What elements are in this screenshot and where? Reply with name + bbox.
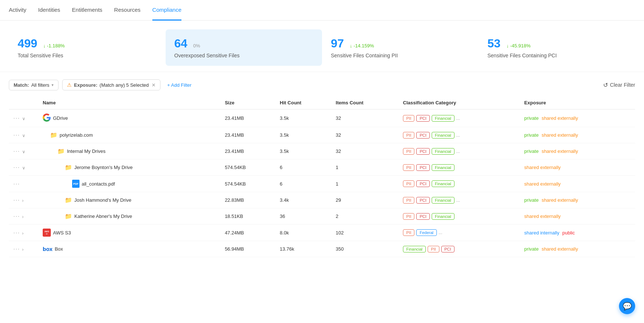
- badge-pii: PII: [403, 115, 414, 122]
- row-name: Jerome Boynton's My Drive: [74, 165, 133, 170]
- badge-pii: PII: [403, 229, 414, 236]
- row-classifications: PIIPCIFinancial...: [399, 192, 520, 208]
- badge-more[interactable]: ...: [439, 230, 442, 235]
- exposure-private: private: [524, 132, 539, 138]
- row-more-icon[interactable]: ···: [13, 131, 20, 139]
- row-name: Katherine Abner's My Drive: [74, 213, 132, 219]
- stat-label-1: Overexposed Sensitive Files: [174, 53, 314, 58]
- badge-pci: PCI: [441, 246, 454, 252]
- table-body: ···∨GDrive23.41MB3.5k32PIIPCIFinancial..…: [9, 110, 635, 257]
- row-size: 23.41MB: [220, 143, 275, 159]
- row-exposure: privateshared externally: [520, 192, 635, 208]
- pdf-icon: PDF: [72, 180, 79, 188]
- badge-more[interactable]: ...: [456, 198, 460, 203]
- row-actions-cell: ···∨: [9, 143, 38, 159]
- badge-federal: Federal: [416, 229, 436, 236]
- expand-icon[interactable]: ›: [22, 247, 24, 252]
- badge-more[interactable]: ...: [456, 149, 460, 154]
- nav-item-resources[interactable]: Resources: [114, 0, 141, 21]
- row-classifications: PIIPCIFinancial...: [399, 110, 520, 127]
- match-filter[interactable]: Match: All filters ▾: [9, 80, 59, 90]
- row-more-icon[interactable]: ···: [13, 180, 20, 187]
- clear-filter-button[interactable]: ↺Clear Filter: [603, 82, 635, 89]
- row-name: AWS S3: [53, 230, 71, 236]
- row-items-count: 29: [331, 192, 399, 208]
- stat-label-0: Total Sensitive Files: [18, 53, 157, 58]
- row-name-cell: PDFall_contacts.pdf: [38, 176, 220, 192]
- stat-card-2[interactable]: 97↓ -14.159%Sensitive Files Containing P…: [322, 29, 479, 66]
- badge-financial: Financial: [432, 197, 454, 204]
- collapse-icon[interactable]: ∨: [22, 165, 25, 171]
- row-name-cell: 📁Jerome Boynton's My Drive: [38, 159, 220, 176]
- row-actions-cell: ···›: [9, 208, 38, 225]
- folder-icon: 📁: [57, 148, 65, 155]
- col-header-classification-category: Classification Category: [399, 96, 520, 110]
- collapse-icon[interactable]: ∨: [22, 149, 25, 154]
- badge-pii: PII: [403, 164, 414, 171]
- exposure-filter[interactable]: ⚠ Exposure: (Match any) 5 Selected ✕: [62, 79, 160, 90]
- badge-pci: PCI: [416, 148, 429, 155]
- nav-item-identities[interactable]: Identities: [38, 0, 60, 21]
- files-table: NameSizeHit CountItems CountClassificati…: [9, 96, 635, 257]
- row-hit-count: 6: [275, 176, 331, 192]
- exposure-shared-externally: shared externally: [524, 181, 561, 187]
- badge-pci: PCI: [416, 132, 429, 139]
- reset-icon: ↺: [603, 82, 608, 89]
- badge-more[interactable]: ...: [456, 116, 460, 121]
- badge-financial: Financial: [432, 132, 454, 139]
- nav-item-compliance[interactable]: Compliance: [152, 0, 181, 21]
- exposure-shared-externally: shared externally: [542, 246, 578, 252]
- row-more-icon[interactable]: ···: [13, 229, 20, 236]
- row-items-count: 32: [331, 143, 399, 159]
- col-header-size: Size: [220, 96, 275, 110]
- stat-card-0[interactable]: 499↓ -1.188%Total Sensitive Files: [9, 29, 166, 66]
- row-more-icon[interactable]: ···: [13, 114, 20, 122]
- exposure-close-icon[interactable]: ✕: [152, 82, 156, 88]
- stat-change-3: ↓ -45.918%: [506, 43, 531, 49]
- row-more-icon[interactable]: ···: [13, 164, 20, 171]
- row-actions-cell: ···›: [9, 225, 38, 241]
- row-size: 56.94MB: [220, 241, 275, 257]
- match-value: All filters: [31, 82, 49, 88]
- row-actions-cell: ···∨: [9, 127, 38, 143]
- exposure-shared-externally: shared externally: [542, 132, 578, 138]
- expand-icon[interactable]: ›: [22, 214, 24, 219]
- expand-icon[interactable]: ›: [22, 198, 24, 203]
- expand-icon[interactable]: ›: [22, 231, 24, 236]
- exposure-label: Exposure:: [74, 82, 98, 88]
- col-header-hit-count: Hit Count: [275, 96, 331, 110]
- row-classifications: PIIPCIFinancial: [399, 176, 520, 192]
- row-more-icon[interactable]: ···: [13, 245, 20, 252]
- exposure-private: private: [524, 197, 539, 203]
- collapse-icon[interactable]: ∨: [22, 133, 25, 138]
- collapse-icon[interactable]: ∨: [22, 116, 25, 121]
- folder-icon: 📁: [65, 197, 72, 204]
- folder-icon: 📁: [65, 164, 72, 171]
- table-row: ···PDFall_contacts.pdf574.54KB61PIIPCIFi…: [9, 176, 635, 192]
- row-name-cell: 📁polyrizelab.com: [38, 127, 220, 143]
- match-arrow-icon: ▾: [52, 83, 54, 87]
- row-more-icon[interactable]: ···: [13, 147, 20, 155]
- badge-pii: PII: [403, 148, 414, 155]
- table-row: ···∨📁polyrizelab.com23.41MB3.5k32PIIPCIF…: [9, 127, 635, 143]
- row-name: all_contacts.pdf: [82, 181, 115, 187]
- row-size: 23.41MB: [220, 127, 275, 143]
- badge-financial: Financial: [432, 164, 454, 171]
- nav-item-activity[interactable]: Activity: [9, 0, 26, 21]
- row-items-count: 1: [331, 159, 399, 176]
- row-name: Box: [55, 246, 63, 252]
- row-classifications: PIIFederal...: [399, 225, 520, 241]
- stat-card-1[interactable]: 640%Overexposed Sensitive Files: [166, 29, 322, 66]
- stat-card-3[interactable]: 53↓ -45.918%Sensitive Files Containing P…: [479, 29, 636, 66]
- nav-item-entitlements[interactable]: Entitlements: [72, 0, 103, 21]
- badge-more[interactable]: ...: [456, 133, 460, 138]
- row-size: 23.41MB: [220, 110, 275, 127]
- folder-icon: 📁: [50, 132, 57, 139]
- badge-financial: Financial: [432, 180, 454, 187]
- box-icon: box: [43, 246, 53, 252]
- exposure-public: public: [562, 230, 575, 236]
- row-size: 47.24MB: [220, 225, 275, 241]
- row-more-icon[interactable]: ···: [13, 196, 20, 204]
- row-more-icon[interactable]: ···: [13, 212, 20, 220]
- add-filter-button[interactable]: + Add Filter: [164, 80, 194, 90]
